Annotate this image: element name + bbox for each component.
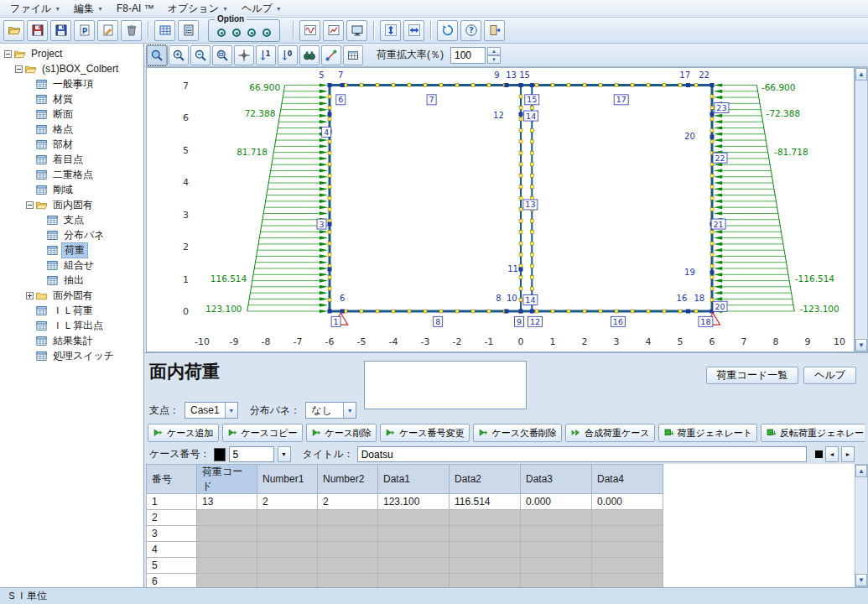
grid-cell[interactable] bbox=[378, 574, 450, 588]
save-red-button[interactable] bbox=[27, 20, 48, 41]
measure-button[interactable] bbox=[321, 45, 341, 65]
grid-cell[interactable] bbox=[257, 558, 318, 574]
toggle-node-numbers-button[interactable]: 1 bbox=[256, 45, 276, 65]
grid-cell[interactable] bbox=[257, 542, 318, 558]
binoculars-button[interactable] bbox=[299, 45, 320, 65]
grid-cell[interactable] bbox=[378, 542, 450, 558]
arrows-vertical-button[interactable] bbox=[380, 20, 401, 41]
model-canvas[interactable]: -10-9-8-7-6-5-4-3-2-10123456789100123456… bbox=[146, 67, 855, 352]
tree-item-ＩＬ荷重[interactable]: ＩＬ荷重 bbox=[0, 303, 143, 318]
grid-cell[interactable]: 123.100 bbox=[378, 494, 450, 510]
grid-cell[interactable]: 116.514 bbox=[450, 494, 521, 510]
grid-header-Data1[interactable]: Data1 bbox=[378, 465, 450, 494]
tree-item-剛域[interactable]: 剛域 bbox=[0, 182, 143, 197]
grid-cell[interactable]: 1 bbox=[147, 494, 197, 510]
grid-header-番号[interactable]: 番号 bbox=[147, 465, 197, 494]
grid-cell[interactable] bbox=[318, 574, 378, 588]
grid-cell[interactable]: 2 bbox=[318, 494, 378, 510]
grid-cell[interactable]: 4 bbox=[147, 542, 197, 558]
grid-cell[interactable] bbox=[257, 526, 318, 542]
collapse-icon[interactable] bbox=[25, 201, 34, 209]
support-case-select[interactable]: Case1 ▼ bbox=[185, 402, 238, 419]
case-add-button[interactable]: ケース追加 bbox=[148, 424, 219, 442]
tree-item-結果集計[interactable]: 結果集計 bbox=[0, 333, 143, 348]
grid-cell[interactable] bbox=[257, 510, 318, 526]
grid-cell[interactable] bbox=[197, 574, 257, 588]
prev-case-button[interactable]: ◄ bbox=[825, 446, 839, 462]
menu-file[interactable]: ファイル▼ bbox=[3, 0, 67, 18]
tree-item-支点[interactable]: 支点 bbox=[0, 212, 143, 227]
grid-cell[interactable] bbox=[521, 526, 592, 542]
scroll-up-button[interactable]: ▲ bbox=[855, 68, 867, 81]
grid-cell[interactable] bbox=[450, 574, 521, 588]
case-remove-gaps-button[interactable]: ケース欠番削除 bbox=[473, 424, 563, 442]
grid-cell[interactable] bbox=[521, 510, 592, 526]
tree-item-着目点[interactable]: 着目点 bbox=[0, 152, 143, 167]
zoom-out-button[interactable] bbox=[190, 45, 211, 65]
grid-cell[interactable]: 2 bbox=[257, 494, 318, 510]
tree-item-分布バネ[interactable]: 分布バネ bbox=[0, 227, 143, 242]
scroll-down-button[interactable]: ▼ bbox=[855, 574, 867, 586]
load-scale-input[interactable] bbox=[450, 47, 486, 64]
grid-cell[interactable] bbox=[450, 542, 521, 558]
grid-cell[interactable] bbox=[450, 558, 521, 574]
grid-header-Number1[interactable]: Number1 bbox=[257, 465, 318, 494]
grid-header-Data3[interactable]: Data3 bbox=[521, 465, 592, 494]
exit-button[interactable] bbox=[484, 20, 505, 41]
next-case-button[interactable]: ► bbox=[841, 446, 855, 462]
tree-item-荷重[interactable]: 荷重 bbox=[0, 242, 143, 258]
save-blue-button[interactable] bbox=[50, 20, 71, 41]
tree-item-格点[interactable]: 格点 bbox=[0, 122, 143, 137]
grid-cell[interactable]: 0.000 bbox=[592, 494, 663, 510]
tree-item-面外固有[interactable]: 面外固有 bbox=[0, 288, 143, 303]
case-number-input[interactable] bbox=[229, 446, 274, 462]
scroll-down-button[interactable]: ▼ bbox=[855, 339, 867, 351]
option-radio-1[interactable] bbox=[217, 29, 226, 37]
grid-cell[interactable]: 2 bbox=[147, 510, 197, 526]
help-button[interactable]: ? bbox=[460, 20, 481, 41]
grid-cell[interactable] bbox=[592, 510, 663, 526]
grid-header-Data2[interactable]: Data2 bbox=[450, 465, 521, 494]
load-generate-button[interactable]: 荷重ジェネレート bbox=[658, 424, 757, 442]
option-radio-3[interactable] bbox=[247, 29, 256, 37]
edit-doc-button[interactable] bbox=[97, 20, 118, 41]
grid-cell[interactable] bbox=[378, 510, 450, 526]
grid-cell[interactable] bbox=[257, 574, 318, 588]
grid-cell[interactable] bbox=[521, 574, 592, 588]
grid-header-Data4[interactable]: Data4 bbox=[592, 465, 663, 494]
grid-cell[interactable] bbox=[450, 526, 521, 542]
grid-header-荷重コード[interactable]: 荷重コード bbox=[197, 465, 257, 494]
collapse-icon[interactable] bbox=[14, 65, 23, 73]
case-number-dropdown-button[interactable]: ▼ bbox=[278, 446, 291, 462]
grid-cell[interactable] bbox=[592, 526, 663, 542]
zoom-window-button[interactable] bbox=[212, 45, 232, 65]
spin-up-button[interactable]: ▲ bbox=[487, 47, 501, 55]
collapse-icon[interactable] bbox=[3, 50, 13, 58]
help-button[interactable]: ヘルプ bbox=[803, 367, 856, 384]
spin-down-button[interactable]: ▼ bbox=[487, 55, 501, 64]
grid-cell[interactable]: 13 bbox=[197, 494, 257, 510]
delete-button[interactable] bbox=[121, 20, 142, 41]
tree-item-処理スイッチ[interactable]: 処理スイッチ bbox=[0, 348, 143, 363]
grid-cell[interactable] bbox=[592, 574, 663, 588]
tree-item-抽出[interactable]: 抽出 bbox=[0, 273, 143, 288]
memo-box[interactable] bbox=[364, 361, 527, 409]
zoom-in-button[interactable] bbox=[169, 45, 189, 65]
open-folder-button[interactable] bbox=[3, 20, 24, 41]
reverse-load-generate-button[interactable]: 反転荷重ジェネレート bbox=[761, 424, 865, 442]
grid-cell[interactable] bbox=[592, 542, 663, 558]
grid-cell[interactable] bbox=[592, 558, 663, 574]
tree-item-ＩＬ算出点[interactable]: ＩＬ算出点 bbox=[0, 318, 143, 333]
monitor-button[interactable] bbox=[346, 20, 367, 41]
refresh-button[interactable] bbox=[437, 20, 458, 41]
chevron-down-icon[interactable]: ▼ bbox=[343, 403, 356, 418]
tree-item-材質[interactable]: 材質 bbox=[0, 91, 143, 107]
arrows-horizontal-button[interactable] bbox=[403, 20, 424, 41]
tree-item-面内固有[interactable]: 面内固有 bbox=[0, 197, 143, 212]
grid-cell[interactable] bbox=[378, 526, 450, 542]
chevron-down-icon[interactable]: ▼ bbox=[225, 403, 237, 418]
zoom-fit-button[interactable] bbox=[147, 45, 167, 65]
grid-cell[interactable]: 5 bbox=[147, 558, 197, 574]
wave-button[interactable] bbox=[299, 20, 320, 41]
grid-table-button[interactable] bbox=[154, 20, 175, 41]
